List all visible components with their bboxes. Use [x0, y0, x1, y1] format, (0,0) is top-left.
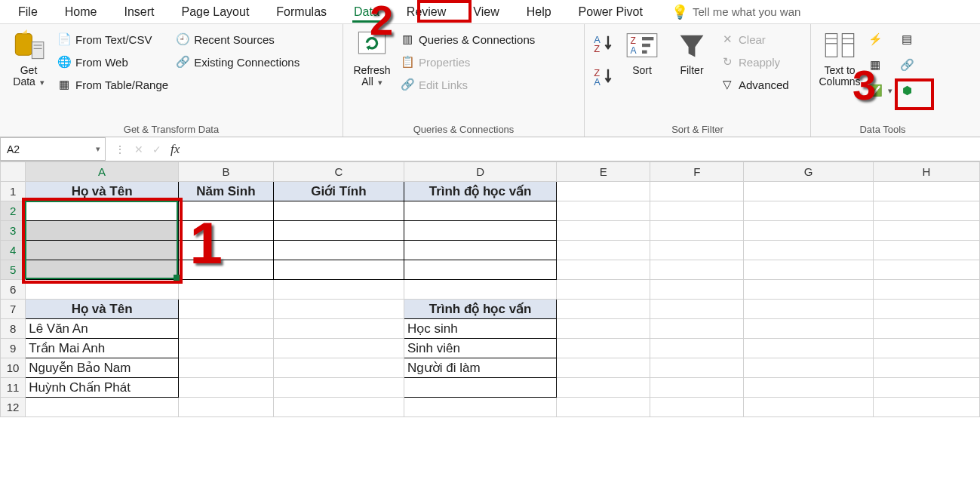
- cell-F9[interactable]: [650, 339, 744, 358]
- cell-H9[interactable]: [873, 339, 979, 358]
- row-header-11[interactable]: 11: [1, 378, 26, 398]
- cell-B8[interactable]: [179, 319, 274, 339]
- cell-G9[interactable]: [744, 339, 874, 358]
- tab-review[interactable]: Review: [393, 2, 459, 22]
- cell-D4[interactable]: [404, 241, 557, 260]
- cell-F5[interactable]: [650, 260, 744, 280]
- cell-D3[interactable]: [404, 221, 557, 241]
- cell-A9[interactable]: Trần Mai Anh: [26, 339, 179, 358]
- cell-D11[interactable]: [404, 378, 557, 398]
- cell-F12[interactable]: [650, 398, 744, 417]
- get-data-button[interactable]: Get Data ▾: [8, 29, 50, 88]
- cell-H12[interactable]: [873, 398, 979, 417]
- text-to-columns-button[interactable]: Text to Columns: [819, 29, 861, 88]
- cell-C3[interactable]: [273, 221, 404, 241]
- cell-B1[interactable]: Năm Sinh: [179, 182, 274, 201]
- cell-D12[interactable]: [404, 398, 557, 417]
- tell-me-search[interactable]: 💡 Tell me what you wan: [671, 4, 800, 20]
- cell-C10[interactable]: [273, 358, 404, 378]
- cell-B3[interactable]: [179, 221, 274, 241]
- cell-E7[interactable]: [557, 300, 650, 319]
- cell-H3[interactable]: [873, 221, 979, 241]
- cell-E5[interactable]: [557, 260, 650, 280]
- data-validation-button[interactable]: ✅▾: [868, 80, 892, 101]
- row-header-4[interactable]: 4: [1, 241, 26, 260]
- cell-G7[interactable]: [744, 300, 874, 319]
- cell-G6[interactable]: [744, 280, 874, 300]
- properties-button[interactable]: 📋 Properties: [401, 51, 535, 72]
- cell-G12[interactable]: [744, 398, 874, 417]
- cell-H7[interactable]: [873, 300, 979, 319]
- cell-B7[interactable]: [179, 300, 274, 319]
- cell-G10[interactable]: [744, 358, 874, 378]
- reapply-button[interactable]: ↻ Reapply: [720, 51, 789, 72]
- cell-H5[interactable]: [873, 260, 979, 280]
- cell-C6[interactable]: [273, 280, 404, 300]
- queries-connections-button[interactable]: ▥ Queries & Connections: [401, 29, 535, 50]
- tab-file[interactable]: File: [5, 2, 51, 22]
- cell-B9[interactable]: [179, 339, 274, 358]
- tab-power-pivot[interactable]: Power Pivot: [565, 2, 656, 22]
- column-header-G[interactable]: G: [744, 162, 874, 182]
- edit-links-button[interactable]: 🔗 Edit Links: [401, 74, 535, 95]
- cell-C9[interactable]: [273, 339, 404, 358]
- cell-H11[interactable]: [873, 378, 979, 398]
- cell-G1[interactable]: [744, 182, 874, 201]
- sort-desc-button[interactable]: ZA: [592, 62, 613, 91]
- cell-C8[interactable]: [273, 319, 404, 339]
- tab-page-layout[interactable]: Page Layout: [167, 2, 263, 22]
- cell-E9[interactable]: [557, 339, 650, 358]
- column-header-A[interactable]: A: [26, 162, 179, 182]
- cell-C2[interactable]: [273, 201, 404, 221]
- cell-G8[interactable]: [744, 319, 874, 339]
- cell-G4[interactable]: [744, 241, 874, 260]
- filter-button[interactable]: Filter: [671, 29, 713, 76]
- cell-H8[interactable]: [873, 319, 979, 339]
- cell-C7[interactable]: [273, 300, 404, 319]
- sort-button[interactable]: ZA Sort: [621, 29, 663, 76]
- cell-C12[interactable]: [273, 398, 404, 417]
- cell-C4[interactable]: [273, 241, 404, 260]
- cell-A7[interactable]: Họ và Tên: [26, 300, 179, 319]
- cell-A4[interactable]: [26, 241, 179, 260]
- tab-view[interactable]: View: [459, 2, 512, 22]
- cell-B10[interactable]: [179, 358, 274, 378]
- cell-F2[interactable]: [650, 201, 744, 221]
- cell-G3[interactable]: [744, 221, 874, 241]
- cell-C1[interactable]: Giới Tính: [273, 182, 404, 201]
- cell-G11[interactable]: [744, 378, 874, 398]
- cell-B12[interactable]: [179, 398, 274, 417]
- cell-D2[interactable]: [404, 201, 557, 221]
- row-header-8[interactable]: 8: [1, 319, 26, 339]
- cell-C5[interactable]: [273, 260, 404, 280]
- cell-A5[interactable]: [26, 260, 179, 280]
- cell-F3[interactable]: [650, 221, 744, 241]
- cell-F11[interactable]: [650, 378, 744, 398]
- spreadsheet-grid[interactable]: ABCDEFGH1Họ và TênNăm SinhGiới TínhTrình…: [0, 161, 980, 417]
- row-header-12[interactable]: 12: [1, 398, 26, 417]
- tab-formulas[interactable]: Formulas: [263, 2, 340, 22]
- tab-home[interactable]: Home: [51, 2, 111, 22]
- cell-B2[interactable]: [179, 201, 274, 221]
- cell-F6[interactable]: [650, 280, 744, 300]
- cancel-icon[interactable]: ✕: [134, 143, 143, 155]
- row-header-1[interactable]: 1: [1, 182, 26, 201]
- cell-B4[interactable]: [179, 241, 274, 260]
- cell-G2[interactable]: [744, 201, 874, 221]
- cell-C11[interactable]: [273, 378, 404, 398]
- from-web-button[interactable]: 🌐 From Web: [57, 51, 168, 72]
- cell-B5[interactable]: [179, 260, 274, 280]
- cell-H2[interactable]: [873, 201, 979, 221]
- select-all-cell[interactable]: [1, 162, 26, 182]
- row-header-7[interactable]: 7: [1, 300, 26, 319]
- flash-fill-button[interactable]: ⚡: [868, 29, 892, 50]
- cell-A6[interactable]: [26, 280, 179, 300]
- advanced-filter-button[interactable]: ▽ Advanced: [720, 74, 789, 95]
- column-header-E[interactable]: E: [557, 162, 650, 182]
- row-header-9[interactable]: 9: [1, 339, 26, 358]
- chevron-down-icon[interactable]: ▾: [96, 144, 100, 154]
- tab-data[interactable]: Data: [340, 2, 393, 22]
- column-header-C[interactable]: C: [273, 162, 404, 182]
- cell-B6[interactable]: [179, 280, 274, 300]
- formula-input[interactable]: [189, 137, 980, 161]
